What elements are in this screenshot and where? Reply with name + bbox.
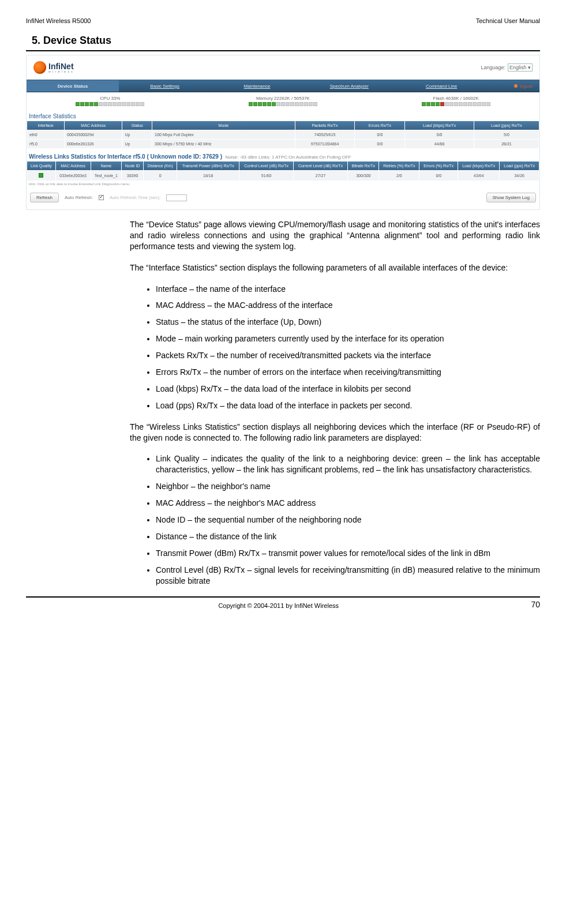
section-title: 5. Device Status xyxy=(26,35,540,47)
list-item: Mode – main working parameters currently… xyxy=(156,333,540,344)
table-row[interactable]: 033e6e2003e3 Test_node_1 38390 0 18/18 5… xyxy=(27,171,539,181)
th-load-pps: Load (pps) Rx/Tx xyxy=(474,121,539,130)
list-item: Neighbor – the neighbor's name xyxy=(156,481,540,492)
flash-meter-bar xyxy=(422,102,490,106)
list-item: MAC Address – the MAC-address of the int… xyxy=(156,300,540,311)
wireless-links-table: Link Quality MAC Address Name Node ID Di… xyxy=(27,161,539,181)
tab-spectrum-analyzer[interactable]: Spectrum Analyzer xyxy=(303,80,395,92)
auto-refresh-label: Auto Refresh: xyxy=(65,195,93,200)
para-3: The “Wireless Links Statistics” section … xyxy=(130,422,540,444)
language-select[interactable]: English ▾ xyxy=(508,63,533,72)
th-mode: Mode xyxy=(152,121,294,130)
table-row[interactable]: eth0 00043500029d Up 100 Mbps Full Duple… xyxy=(27,130,539,139)
tab-basic-settings[interactable]: Basic Settings xyxy=(119,80,211,92)
list-item: Load (pps) Rx/Tx – the data load of the … xyxy=(156,400,540,411)
table-row[interactable]: rf5.0 000e6e281326 Up 300 Mbps / 5750 MH… xyxy=(27,140,539,148)
logo-name: InfiNet xyxy=(48,62,74,70)
auto-refresh-time-input[interactable] xyxy=(166,194,187,201)
wireless-links-sub: Noise: -93 dBm Links: 1 ATPC:On Autobitr… xyxy=(226,155,351,160)
chevron-down-icon: ▾ xyxy=(528,65,531,70)
memory-meter-label: Memory 22262K / 56537K xyxy=(256,96,310,101)
logo: InfiNet w i r e l e s s xyxy=(33,61,74,74)
memory-meter-bar xyxy=(249,102,317,106)
th-mac: MAC Address xyxy=(65,121,122,130)
th-load-kbps: Load (kbps) Rx/Tx xyxy=(405,121,473,130)
para-1: The “Device Status” page allows viewing … xyxy=(130,219,540,252)
copyright: Copyright © 2004-2011 by InfiNet Wireles… xyxy=(26,602,531,609)
list-item: Interface – the name of the interface xyxy=(156,284,540,295)
tab-device-status[interactable]: Device Status xyxy=(27,80,119,92)
list-item: Distance – the distance of the link xyxy=(156,531,540,542)
interface-statistics-table: Interface MAC Address Status Mode Packet… xyxy=(27,121,539,149)
language-label: Language: xyxy=(481,65,505,70)
cpu-meter-label: CPU 33% xyxy=(100,96,120,101)
device-status-screenshot: InfiNet w i r e l e s s Language: Englis… xyxy=(26,55,540,210)
list-item: Link Quality – indicates the quality of … xyxy=(156,453,540,475)
list-item: Transmit Power (dBm) Rx/Tx – transmit po… xyxy=(156,548,540,559)
hr-rule xyxy=(26,50,540,51)
list-item: Errors Rx/Tx – the number of errors on t… xyxy=(156,367,540,378)
tab-maintenance[interactable]: Maintenance xyxy=(211,80,303,92)
page-number: 70 xyxy=(531,600,540,609)
para-2: The “Interface Statistics” section displ… xyxy=(130,262,540,273)
auto-refresh-time-label: Auto Refresh Time (sec): xyxy=(110,195,160,200)
interface-statistics-title: Interface Statistics xyxy=(27,108,539,121)
link-quality-led-icon xyxy=(39,173,43,178)
flash-meter-label: Flash 4638K / 16002K xyxy=(433,96,479,101)
wireless-links-title: Wireless Links Statistics for Interface … xyxy=(27,149,539,161)
table-hint: Hint: Click on link data to invoke Exten… xyxy=(27,181,539,187)
list-item: Load (kbps) Rx/Tx – the data load of the… xyxy=(156,384,540,395)
tab-command-line[interactable]: Command Line xyxy=(395,80,488,92)
list-item: Control Level (dB) Rx/Tx – signal levels… xyxy=(156,565,540,587)
wireless-params-list: Link Quality – indicates the quality of … xyxy=(156,453,540,586)
refresh-button[interactable]: Refresh xyxy=(30,193,59,202)
list-item: Packets Rx/Tx – the number of received/t… xyxy=(156,350,540,361)
th-status: Status xyxy=(122,121,152,130)
list-item: Node ID – the sequential number of the n… xyxy=(156,514,540,525)
cpu-meter-bar xyxy=(76,102,144,106)
tabstrip: Device Status Basic Settings Maintenance… xyxy=(27,80,539,92)
th-errors: Errors Rx/Tx xyxy=(355,121,404,130)
show-system-log-button[interactable]: Show System Log xyxy=(486,193,536,202)
logo-sub: w i r e l e s s xyxy=(48,70,74,73)
interface-params-list: Interface – the name of the interface MA… xyxy=(156,284,540,411)
th-packets: Packets Rx/Tx xyxy=(295,121,355,130)
logout-link[interactable]: logout xyxy=(488,80,539,92)
auto-refresh-checkbox[interactable] xyxy=(99,195,104,200)
logo-orb-icon xyxy=(33,61,46,74)
list-item: Status – the status of the interface (Up… xyxy=(156,317,540,328)
th-interface: Interface xyxy=(27,121,64,130)
list-item: MAC Address – the neighbor's MAC address xyxy=(156,498,540,509)
doc-header-right: Technical User Manual xyxy=(476,17,540,24)
doc-header-left: InfiNet Wireless R5000 xyxy=(26,17,91,24)
